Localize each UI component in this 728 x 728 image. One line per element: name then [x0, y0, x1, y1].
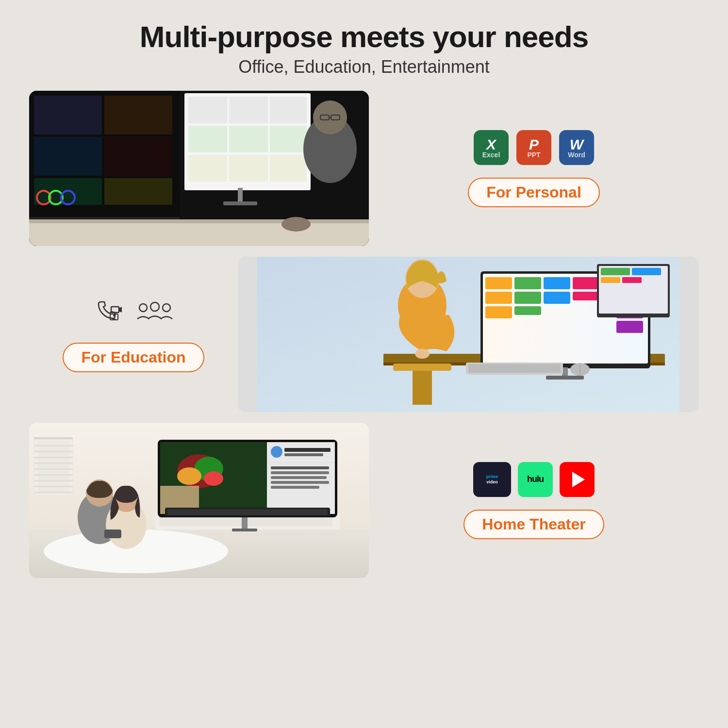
svg-rect-102: [271, 486, 319, 489]
word-icon: W Word: [559, 130, 594, 165]
personal-image: [29, 91, 369, 246]
svg-point-41: [163, 304, 170, 312]
section-personal: X Excel P PPT W: [29, 91, 699, 246]
svg-point-34: [281, 217, 311, 232]
svg-rect-64: [601, 268, 630, 275]
svg-rect-61: [616, 321, 643, 333]
video-call-icon: [93, 297, 126, 330]
svg-rect-106: [167, 509, 328, 515]
sections-container: X Excel P PPT W: [29, 91, 699, 578]
section-home-theater: prime video hulu Home Theater: [29, 423, 699, 578]
svg-point-94: [271, 446, 282, 458]
home-theater-badge: Home Theater: [463, 510, 604, 539]
svg-rect-118: [34, 463, 73, 464]
svg-rect-48: [485, 277, 512, 289]
svg-rect-114: [34, 437, 73, 439]
svg-rect-96: [284, 453, 323, 456]
svg-rect-57: [573, 292, 599, 300]
home-theater-image: [29, 423, 369, 578]
page-title: Multi-purpose meets your needs: [140, 19, 588, 54]
personal-app-icons: X Excel P PPT W: [474, 130, 594, 165]
streaming-icons: prime video hulu: [473, 462, 595, 497]
youtube-icon: [560, 462, 595, 497]
svg-rect-26: [223, 201, 257, 205]
svg-rect-83: [159, 516, 244, 526]
svg-rect-121: [34, 480, 73, 481]
svg-rect-97: [267, 463, 335, 463]
svg-rect-55: [544, 292, 570, 304]
powerpoint-icon: P PPT: [516, 130, 551, 165]
svg-rect-77: [393, 364, 451, 371]
svg-rect-101: [271, 481, 329, 484]
svg-rect-65: [632, 268, 661, 275]
svg-rect-117: [34, 457, 73, 458]
svg-rect-100: [271, 476, 327, 479]
svg-rect-104: [232, 529, 257, 531]
prime-video-icon: prime video: [473, 462, 511, 497]
svg-rect-21: [270, 126, 307, 152]
hulu-icon: hulu: [518, 462, 553, 497]
svg-rect-95: [284, 448, 331, 452]
svg-rect-66: [601, 277, 620, 283]
svg-rect-2: [34, 96, 102, 134]
svg-rect-119: [34, 468, 73, 470]
education-icons: [93, 297, 174, 330]
svg-rect-7: [104, 178, 172, 205]
personal-badge: For Personal: [468, 178, 600, 207]
svg-rect-69: [546, 376, 584, 380]
svg-rect-25: [238, 188, 243, 202]
header: Multi-purpose meets your needs Office, E…: [140, 19, 588, 77]
svg-rect-113: [38, 441, 69, 492]
svg-rect-120: [34, 474, 73, 476]
page-subtitle: Office, Education, Entertainment: [140, 57, 588, 77]
svg-rect-84: [248, 516, 332, 526]
page-wrapper: Multi-purpose meets your needs Office, E…: [0, 0, 728, 728]
svg-rect-71: [468, 364, 561, 373]
svg-rect-78: [413, 371, 432, 405]
svg-rect-115: [34, 445, 73, 447]
svg-rect-53: [514, 306, 541, 315]
svg-rect-32: [29, 222, 369, 246]
svg-rect-23: [229, 155, 268, 182]
svg-rect-99: [271, 471, 329, 474]
svg-rect-18: [270, 97, 307, 123]
education-image: [238, 257, 699, 412]
home-theater-info: prime video hulu Home Theater: [369, 452, 699, 549]
excel-icon: X Excel: [474, 130, 509, 165]
svg-rect-56: [573, 277, 599, 289]
svg-rect-20: [229, 126, 268, 152]
svg-rect-24: [270, 155, 307, 182]
svg-rect-122: [34, 486, 73, 487]
svg-rect-67: [622, 277, 642, 283]
education-info: For Education: [29, 287, 238, 382]
svg-rect-111: [104, 529, 121, 538]
svg-point-38: [113, 314, 115, 316]
svg-rect-52: [514, 292, 541, 304]
svg-point-90: [177, 467, 201, 485]
personal-info: X Excel P PPT W: [369, 120, 699, 217]
svg-rect-51: [514, 277, 541, 289]
classroom-icon: [135, 297, 174, 330]
svg-rect-116: [34, 451, 73, 452]
svg-point-76: [415, 349, 430, 359]
svg-rect-22: [188, 155, 227, 182]
svg-rect-49: [485, 292, 512, 304]
svg-point-40: [150, 302, 159, 311]
svg-rect-5: [104, 137, 172, 176]
svg-rect-54: [544, 277, 570, 289]
svg-rect-4: [34, 137, 102, 176]
svg-rect-123: [34, 492, 73, 493]
svg-rect-33: [29, 219, 369, 223]
education-badge: For Education: [63, 343, 204, 372]
svg-point-39: [139, 304, 147, 312]
svg-rect-50: [485, 306, 512, 318]
svg-point-91: [204, 471, 223, 486]
svg-rect-103: [242, 517, 248, 529]
svg-rect-19: [188, 126, 227, 152]
svg-rect-17: [229, 97, 268, 123]
svg-rect-16: [188, 97, 227, 123]
section-education: For Education: [29, 257, 699, 412]
svg-rect-3: [104, 96, 172, 134]
svg-rect-98: [271, 466, 329, 469]
